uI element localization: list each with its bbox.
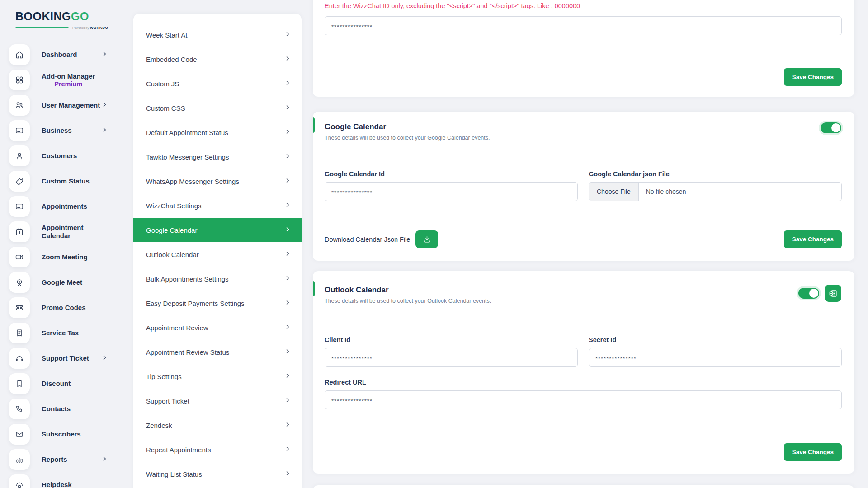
google-calendar-toggle[interactable]: [821, 122, 841, 133]
wizzchat-id-input[interactable]: [325, 16, 842, 35]
sidebar-item-user-management[interactable]: User Management: [0, 93, 118, 118]
settings-menu-item-label: WizzChat Settings: [146, 202, 202, 210]
redirect-url-input[interactable]: [325, 390, 842, 409]
chevron-right-icon: [285, 299, 291, 307]
settings-menu-item-google-calendar[interactable]: Google Calendar: [133, 218, 302, 242]
chevron-right-icon: [285, 470, 291, 478]
next-section-card: [313, 485, 854, 488]
settings-menu-item-label: Tip Settings: [146, 373, 182, 380]
settings-menu-item-appointment-review[interactable]: Appointment Review: [133, 315, 302, 340]
sidebar-item-label: Service Tax: [42, 329, 79, 337]
settings-menu-item-label: WhatsApp Messenger Settings: [146, 178, 239, 185]
sidebar-item-appointments[interactable]: Appointments: [0, 194, 118, 219]
google-calendar-json-file-input[interactable]: Choose File No file chosen: [589, 182, 842, 201]
wizzchat-helper-text: Enter the WizzChat ID only, excluding th…: [325, 2, 842, 10]
sidebar-item-zoom-meeting[interactable]: Zoom Meeting: [0, 244, 118, 270]
sidebar-item-discount[interactable]: Discount: [0, 371, 118, 396]
chevron-right-icon: [285, 202, 291, 210]
settings-menu-item-whatsapp-messenger-settings[interactable]: WhatsApp Messenger Settings: [133, 169, 302, 193]
sidebar-item-label: Promo Codes: [42, 304, 86, 312]
logo-powered-by: Powered by WORKDO: [72, 26, 108, 30]
sidebar-item-helpdesk[interactable]: Helpdesk: [0, 472, 118, 488]
google-calendar-id-input[interactable]: [325, 182, 578, 201]
settings-menu-item-easy-deposit-payments-settings[interactable]: Easy Deposit Payments Settings: [133, 291, 302, 315]
settings-menu-item-waiting-list-status[interactable]: Waiting List Status: [133, 462, 302, 486]
sidebar-item-business[interactable]: Business: [0, 118, 118, 143]
logo-underline: [15, 27, 69, 28]
chevron-right-icon: [102, 51, 108, 59]
settings-menu-item-custom-js[interactable]: Custom JS: [133, 71, 302, 96]
file-chosen-status: No file chosen: [639, 183, 693, 201]
sidebar-item-promo-codes[interactable]: Promo Codes: [0, 295, 118, 320]
sidebar-item-service-tax[interactable]: Service Tax: [0, 320, 118, 346]
home-icon: [9, 44, 30, 65]
credit-card-icon: [9, 196, 30, 217]
client-id-label: Client Id: [325, 336, 578, 343]
settings-menu-item-outlook-calendar[interactable]: Outlook Calendar: [133, 242, 302, 267]
chevron-right-icon: [285, 275, 291, 283]
google-calendar-id-label: Google Calendar Id: [325, 170, 578, 178]
settings-menu-card: Week Start At Embedded Code Custom JS Cu…: [133, 14, 302, 488]
google-calendar-title: Google Calendar: [325, 122, 842, 131]
chevron-right-icon: [285, 177, 291, 185]
client-id-input[interactable]: [325, 348, 578, 367]
settings-menu-item-label: Repeat Appointments: [146, 446, 211, 454]
secret-id-input[interactable]: [589, 348, 842, 367]
choose-file-button[interactable]: Choose File: [589, 183, 639, 201]
logo-subline: Powered by WORKDO: [15, 26, 108, 30]
user-icon: [9, 145, 30, 166]
sidebar-item-appointment-calendar[interactable]: Appointment Calendar: [0, 219, 118, 244]
settings-menu-item-wizzchat-settings[interactable]: WizzChat Settings: [133, 193, 302, 218]
settings-menu-item-repeat-appointments[interactable]: Repeat Appointments: [133, 437, 302, 462]
sidebar-nav: Dashboard Add-on Manager Premium User Ma…: [0, 42, 118, 488]
chevron-right-icon: [102, 455, 108, 464]
sidebar-item-customers[interactable]: Customers: [0, 143, 118, 169]
settings-menu-item-default-appointment-status[interactable]: Default Appointment Status: [133, 120, 302, 145]
sidebar-item-support-ticket[interactable]: Support Ticket: [0, 346, 118, 371]
settings-menu-item-tip-settings[interactable]: Tip Settings: [133, 364, 302, 389]
google-calendar-description: These details will be used to collect yo…: [325, 135, 842, 141]
ticket-icon: [9, 297, 30, 318]
sidebar-item-contacts[interactable]: Contacts: [0, 396, 118, 422]
sidebar-item-add-on-manager[interactable]: Add-on Manager Premium: [0, 67, 118, 93]
sidebar-item-label: Appointments: [42, 202, 87, 211]
settings-menu-item-label: Tawkto Messenger Settings: [146, 153, 229, 161]
settings-menu-item-embedded-code[interactable]: Embedded Code: [133, 47, 302, 71]
settings-menu-item-zendesk[interactable]: Zendesk: [133, 413, 302, 437]
outlook-calendar-toggle[interactable]: [798, 288, 819, 299]
settings-menu-item-label: Custom CSS: [146, 104, 185, 112]
settings-menu-item-custom-css[interactable]: Custom CSS: [133, 96, 302, 120]
settings-menu-item-support-ticket[interactable]: Support Ticket: [133, 389, 302, 413]
sidebar-item-label: Support Ticket: [42, 354, 89, 362]
sidebar-item-label: Add-on Manager: [42, 72, 95, 80]
download-json-button[interactable]: [415, 230, 438, 248]
settings-menu-item-label: Outlook Calendar: [146, 251, 199, 258]
redirect-url-label: Redirect URL: [325, 379, 842, 386]
chevron-right-icon: [102, 127, 108, 135]
settings-menu-item-tawkto-messenger-settings[interactable]: Tawkto Messenger Settings: [133, 145, 302, 169]
sidebar-item-dashboard[interactable]: Dashboard: [0, 42, 118, 67]
settings-menu-item-label: Google Calendar: [146, 226, 197, 234]
outlook-calendar-description: These details will be used to collect yo…: [325, 298, 842, 304]
sidebar-item-google-meet[interactable]: Google Meet: [0, 270, 118, 295]
sidebar-item-reports[interactable]: Reports: [0, 447, 118, 472]
users-icon: [9, 95, 30, 116]
sidebar-item-subscribers[interactable]: Subscribers: [0, 422, 118, 447]
wizzchat-save-button[interactable]: Save Changes: [784, 68, 842, 86]
settings-menu-item-week-start-at[interactable]: Week Start At: [133, 23, 302, 47]
wizzchat-settings-card: Enter the WizzChat ID only, excluding th…: [313, 0, 854, 97]
sidebar-item-custom-status[interactable]: Custom Status: [0, 169, 118, 194]
chevron-right-icon: [285, 153, 291, 161]
settings-menu-item-label: Appointment Review: [146, 324, 208, 332]
settings-menu-item-bulk-appointments-settings[interactable]: Bulk Appointments Settings: [133, 267, 302, 291]
chevron-right-icon: [285, 55, 291, 63]
app-logo[interactable]: BOOKINGGO Powered by WORKDO: [0, 8, 118, 30]
sidebar-item-label: User Management: [42, 101, 100, 109]
outlook-calendar-save-button[interactable]: Save Changes: [784, 443, 842, 461]
chevron-right-icon: [285, 348, 291, 356]
outlook-sync-button[interactable]: [825, 285, 841, 302]
settings-menu-item-appointment-review-status[interactable]: Appointment Review Status: [133, 340, 302, 364]
mail-icon: [9, 424, 30, 445]
google-calendar-save-button[interactable]: Save Changes: [784, 230, 842, 248]
settings-menu-item-label: Default Appointment Status: [146, 129, 228, 136]
